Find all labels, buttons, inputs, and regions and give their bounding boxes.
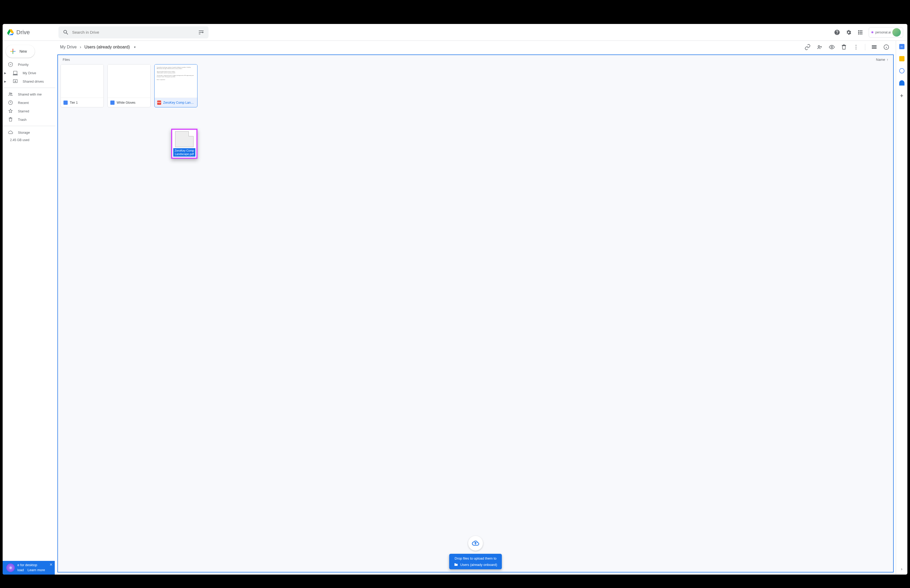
- drag-ghost: ZeroKey Comp Landscape.pdf: [171, 129, 197, 159]
- upload-hint-box: Drop files to upload them to Users (alre…: [449, 554, 502, 569]
- arrow-up-icon: ↑: [887, 58, 889, 61]
- drop-zone[interactable]: Files Name ↑ Tier 1: [57, 55, 894, 572]
- details-icon[interactable]: [883, 44, 889, 50]
- app-name: Drive: [16, 29, 30, 36]
- files-grid: Tier 1 White Gloves Competitive landscap…: [58, 64, 893, 107]
- nav-label: Starred: [18, 109, 29, 113]
- trash-icon: [8, 117, 13, 122]
- drive-window: Drive ✳ personal.ai: [3, 24, 907, 575]
- upload-target-folder: Users (already onboard): [460, 563, 497, 567]
- svg-point-7: [855, 45, 856, 45]
- toast-title: e for desktop: [18, 563, 51, 567]
- chevron-down-icon[interactable]: ▾: [134, 45, 136, 49]
- nav-label: Recent: [18, 101, 29, 105]
- svg-point-2: [9, 93, 11, 94]
- add-addon-icon[interactable]: +: [900, 92, 904, 99]
- hide-panel-icon[interactable]: ›: [901, 567, 902, 572]
- folder-icon: [454, 562, 458, 567]
- file-card-selected[interactable]: Competitive landscape analysis of spatia…: [154, 64, 197, 107]
- file-thumbnail: Competitive landscape analysis of spatia…: [155, 65, 197, 98]
- nav-priority[interactable]: Priority: [3, 60, 52, 69]
- toast-learn-more-link[interactable]: Learn more: [27, 568, 45, 572]
- search-icon: [63, 29, 69, 36]
- more-icon[interactable]: [853, 44, 859, 50]
- side-panel: + ›: [896, 41, 907, 575]
- apps-grid-icon[interactable]: [857, 29, 863, 36]
- drag-filename: ZeroKey Comp Landscape.pdf: [173, 148, 196, 157]
- file-card[interactable]: Tier 1: [61, 64, 104, 107]
- google-doc-icon: [63, 100, 68, 105]
- get-link-icon[interactable]: [805, 44, 811, 50]
- settings-icon[interactable]: [845, 29, 852, 36]
- breadcrumb: My Drive › Users (already onboard) ▾: [58, 44, 136, 50]
- nav-storage[interactable]: Storage: [3, 128, 52, 137]
- user-avatar[interactable]: [892, 28, 901, 37]
- shared-with-me-icon: [8, 92, 13, 97]
- breadcrumb-root[interactable]: My Drive: [58, 44, 79, 50]
- nav-label: Priority: [18, 63, 28, 66]
- svg-point-8: [855, 47, 856, 47]
- chevron-right-icon: ›: [80, 45, 81, 50]
- desktop-promo-toast: ✲ ✕ e for desktop load Learn more: [3, 561, 55, 575]
- promo-badge-icon: ✲: [6, 564, 15, 572]
- sidebar: New Priority ▶ My Drive ▶ Shared drives …: [3, 41, 55, 575]
- nav-recent[interactable]: Recent: [3, 99, 52, 107]
- shared-drives-icon: [13, 79, 18, 84]
- search-input[interactable]: [72, 30, 195, 34]
- caret-icon[interactable]: ▶: [4, 72, 7, 74]
- header-actions: ✳ personal.ai: [834, 27, 903, 38]
- sort-button[interactable]: Name ↑: [876, 58, 888, 61]
- tasks-icon[interactable]: [899, 68, 905, 73]
- delete-icon[interactable]: [841, 44, 847, 50]
- contacts-icon[interactable]: [899, 80, 905, 86]
- svg-point-3: [11, 93, 12, 94]
- nav-trash[interactable]: Trash: [3, 115, 52, 124]
- nav-starred[interactable]: Starred: [3, 107, 52, 115]
- sort-label: Name: [876, 58, 885, 61]
- close-icon[interactable]: ✕: [50, 562, 53, 567]
- google-doc-icon: [110, 100, 115, 105]
- nav-label: Storage: [18, 131, 30, 134]
- nav-label: Trash: [18, 118, 27, 121]
- nav-shared-drives[interactable]: ▶ Shared drives: [3, 77, 52, 86]
- location-toolbar: My Drive › Users (already onboard) ▾: [55, 41, 896, 53]
- search-options-icon[interactable]: [198, 29, 204, 36]
- nav-my-drive[interactable]: ▶ My Drive: [3, 69, 52, 77]
- upload-hint-text: Drop files to upload them to: [455, 556, 496, 561]
- nav-shared-with-me[interactable]: Shared with me: [3, 90, 52, 99]
- file-card[interactable]: White Gloves: [107, 64, 150, 107]
- nav-label: Shared drives: [23, 79, 44, 84]
- workspace-label: personal.ai: [875, 31, 891, 34]
- toast-download-button[interactable]: load: [18, 568, 24, 572]
- new-button[interactable]: New: [6, 45, 35, 58]
- drive-logo-icon: [7, 29, 14, 36]
- star-icon: [8, 108, 13, 114]
- plus-icon: [10, 48, 16, 55]
- nav-label: My Drive: [23, 71, 36, 75]
- file-thumbnail: [108, 65, 150, 98]
- svg-point-5: [818, 45, 819, 47]
- drive-logo[interactable]: Drive: [7, 29, 54, 36]
- toolbar-divider: [865, 44, 865, 50]
- preview-icon[interactable]: [829, 44, 835, 50]
- calendar-icon[interactable]: [899, 44, 905, 49]
- svg-point-9: [855, 48, 856, 49]
- section-label: Files: [63, 58, 70, 61]
- files-section-header: Files Name ↑: [58, 55, 893, 64]
- workspace-chip[interactable]: ✳ personal.ai: [869, 27, 903, 38]
- breadcrumb-current[interactable]: Users (already onboard): [82, 44, 132, 50]
- upload-cloud-icon: [468, 536, 483, 551]
- storage-used-text: 2.45 GB used: [3, 137, 55, 142]
- keep-icon[interactable]: [899, 56, 905, 61]
- search-bar[interactable]: [58, 26, 209, 39]
- share-icon[interactable]: [816, 44, 823, 50]
- nav-label: Shared with me: [18, 92, 42, 96]
- upload-callout: Drop files to upload them to Users (alre…: [449, 536, 502, 569]
- personal-ai-icon: ✳: [871, 31, 874, 34]
- svg-point-6: [831, 46, 832, 48]
- list-view-icon[interactable]: [871, 44, 877, 50]
- caret-icon[interactable]: ▶: [4, 80, 7, 83]
- file-thumbnail: [61, 65, 103, 98]
- help-icon[interactable]: [834, 29, 840, 36]
- item-action-toolbar: [805, 44, 889, 50]
